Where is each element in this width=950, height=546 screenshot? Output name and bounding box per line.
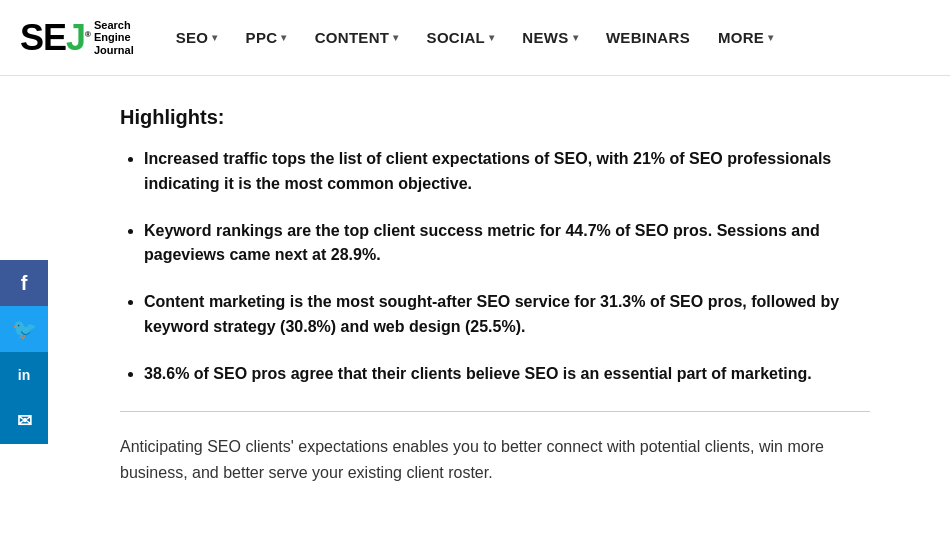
- logo-search: Search: [94, 19, 134, 31]
- logo-text: Search Engine Journal: [94, 19, 134, 55]
- chevron-down-icon: ▾: [212, 32, 217, 43]
- chevron-down-icon: ▾: [768, 32, 773, 43]
- logo-journal: Journal: [94, 44, 134, 56]
- list-item: Keyword rankings are the top client succ…: [144, 219, 870, 269]
- linkedin-share-button[interactable]: in: [0, 352, 48, 398]
- chevron-down-icon: ▾: [489, 32, 494, 43]
- main-content: Highlights: Increased traffic tops the l…: [60, 76, 950, 516]
- nav-label-content: CONTENT: [315, 29, 390, 46]
- linkedin-icon: in: [18, 367, 30, 383]
- highlights-list: Increased traffic tops the list of clien…: [120, 147, 870, 387]
- nav-label-seo: SEO: [176, 29, 209, 46]
- nav-label-ppc: PPC: [246, 29, 278, 46]
- logo-registered: ®: [85, 30, 90, 39]
- logo-j: J: [66, 17, 85, 58]
- facebook-icon: f: [21, 272, 28, 295]
- social-sidebar: f 🐦 in ✉: [0, 260, 48, 444]
- email-share-button[interactable]: ✉: [0, 398, 48, 444]
- main-nav: SEO ▾ PPC ▾ CONTENT ▾ SOCIAL ▾ NEWS ▾ WE…: [164, 21, 930, 54]
- body-paragraph: Anticipating SEO clients' expectations e…: [120, 434, 870, 487]
- chevron-down-icon: ▾: [393, 32, 398, 43]
- nav-label-news: NEWS: [522, 29, 568, 46]
- chevron-down-icon: ▾: [281, 32, 286, 43]
- twitter-share-button[interactable]: 🐦: [0, 306, 48, 352]
- chevron-down-icon: ▾: [573, 32, 578, 43]
- list-item: Content marketing is the most sought-aft…: [144, 290, 870, 340]
- logo-letters: SEJ®: [20, 20, 90, 56]
- nav-item-news[interactable]: NEWS ▾: [510, 21, 590, 54]
- nav-item-more[interactable]: MORE ▾: [706, 21, 786, 54]
- nav-item-webinars[interactable]: WEBINARS: [594, 21, 702, 54]
- nav-item-content[interactable]: CONTENT ▾: [303, 21, 411, 54]
- section-divider: [120, 411, 870, 412]
- facebook-share-button[interactable]: f: [0, 260, 48, 306]
- twitter-icon: 🐦: [12, 317, 37, 341]
- nav-item-social[interactable]: SOCIAL ▾: [415, 21, 507, 54]
- logo-e: E: [43, 17, 66, 58]
- email-icon: ✉: [17, 410, 32, 432]
- nav-label-more: MORE: [718, 29, 764, 46]
- logo-engine: Engine: [94, 31, 134, 43]
- nav-bar: SEJ® Search Engine Journal SEO ▾ PPC ▾ C…: [0, 0, 950, 76]
- nav-label-social: SOCIAL: [427, 29, 485, 46]
- nav-item-ppc[interactable]: PPC ▾: [234, 21, 299, 54]
- list-item: 38.6% of SEO pros agree that their clien…: [144, 362, 870, 387]
- logo-s: S: [20, 17, 43, 58]
- highlights-heading: Highlights:: [120, 106, 870, 129]
- nav-item-seo[interactable]: SEO ▾: [164, 21, 230, 54]
- nav-label-webinars: WEBINARS: [606, 29, 690, 46]
- logo[interactable]: SEJ® Search Engine Journal: [20, 19, 134, 55]
- list-item: Increased traffic tops the list of clien…: [144, 147, 870, 197]
